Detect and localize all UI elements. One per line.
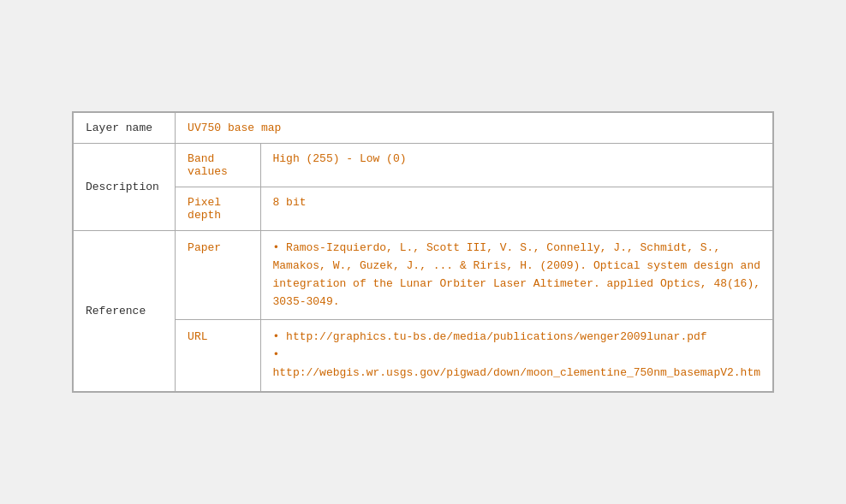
pixel-depth-value: 8 bit <box>260 187 773 231</box>
pixel-depth-row: Pixel depth 8 bit <box>74 187 773 231</box>
paper-row: Reference Paper • Ramos-Izquierdo, L., S… <box>74 231 773 320</box>
url-row: URL • http://graphics.tu-bs.de/media/pub… <box>74 320 773 391</box>
layer-name-label: Layer name <box>74 113 176 144</box>
metadata-table: Layer name UV750 base map Description Ba… <box>72 111 774 393</box>
paper-value: • Ramos-Izquierdo, L., Scott III, V. S.,… <box>260 231 773 320</box>
url-value: • http://graphics.tu-bs.de/media/publica… <box>260 320 773 391</box>
band-values-row: Description Band values High (255) - Low… <box>74 144 773 187</box>
band-values-sublabel: Band values <box>176 144 260 187</box>
layer-name-row: Layer name UV750 base map <box>74 113 773 144</box>
layer-name-value: UV750 base map <box>176 113 773 144</box>
reference-label: Reference <box>74 231 176 392</box>
paper-sublabel: Paper <box>176 231 260 320</box>
url-sublabel: URL <box>176 320 260 391</box>
description-label: Description <box>74 144 176 231</box>
url-line-2: • http://webgis.wr.usgs.gov/pigwad/down/… <box>273 348 761 379</box>
band-values-value: High (255) - Low (0) <box>260 144 773 187</box>
url-line-1: • http://graphics.tu-bs.de/media/publica… <box>273 330 707 343</box>
pixel-depth-sublabel: Pixel depth <box>176 187 260 231</box>
